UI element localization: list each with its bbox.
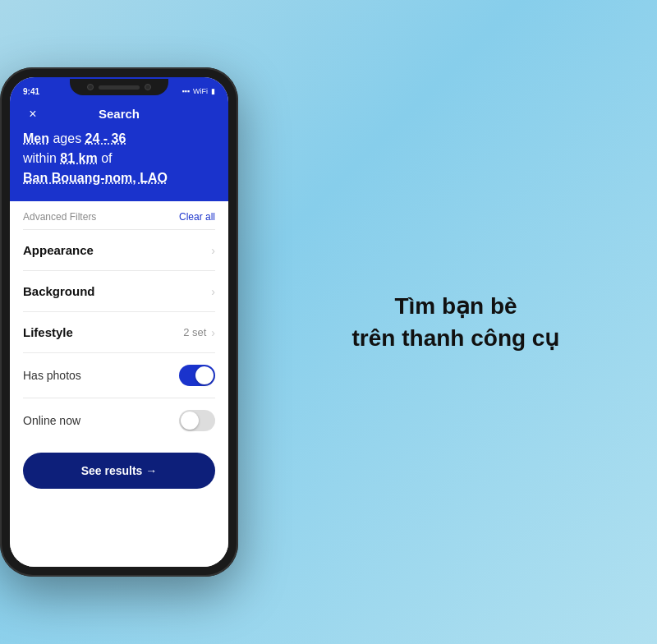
search-summary: Men ages 24 - 36 within 81 km of Ban Bou… — [23, 129, 215, 188]
status-icons: ▪▪▪ WiFi ▮ — [181, 87, 215, 95]
ages-label: ages — [53, 131, 85, 145]
phone-screen: 9:41 ▪▪▪ WiFi ▮ × Search Men — [10, 77, 228, 567]
appearance-filter-row[interactable]: Appearance › — [10, 230, 228, 270]
wifi-icon: WiFi — [193, 87, 208, 95]
gender-highlight: Men — [23, 131, 49, 145]
tagline-text: Tìm bạn bè trên thanh công cụ — [271, 290, 641, 354]
lifestyle-row-right: 2 set › — [183, 326, 215, 339]
clear-all-button[interactable]: Clear all — [179, 211, 215, 223]
phone-shell: 9:41 ▪▪▪ WiFi ▮ × Search Men — [0, 67, 238, 577]
has-photos-label: Has photos — [23, 369, 81, 382]
notch-camera — [87, 84, 94, 90]
has-photos-toggle[interactable] — [179, 365, 215, 386]
header-title: Search — [99, 107, 140, 121]
app-header: × Search Men ages 24 - 36 within 81 km — [10, 100, 228, 201]
status-time: 9:41 — [23, 87, 39, 96]
distance-highlight: 81 km — [60, 151, 97, 165]
within-label: within — [23, 151, 57, 165]
online-now-label: Online now — [23, 414, 80, 427]
filters-header: Advanced Filters Clear all — [10, 201, 228, 229]
close-icon: × — [29, 107, 36, 122]
appearance-row-right: › — [211, 244, 215, 257]
scene: 9:41 ▪▪▪ WiFi ▮ × Search Men — [0, 0, 657, 644]
background-label: Background — [23, 284, 95, 298]
has-photos-toggle-row: Has photos — [10, 353, 228, 398]
background-chevron-icon: › — [211, 285, 215, 298]
summary-line3: Ban Bouang-nom, LAO — [23, 168, 215, 188]
filters-label: Advanced Filters — [23, 211, 96, 223]
online-now-toggle-thumb — [181, 412, 199, 430]
has-photos-toggle-thumb — [195, 366, 214, 384]
see-results-button[interactable]: See results → — [23, 453, 215, 489]
appearance-chevron-icon: › — [211, 244, 215, 257]
summary-line2: within 81 km of — [23, 149, 215, 168]
background-filter-row[interactable]: Background › — [10, 271, 228, 311]
online-now-toggle[interactable] — [179, 410, 215, 431]
header-top: × Search — [23, 107, 215, 121]
notch-speaker — [99, 85, 140, 90]
close-button[interactable]: × — [23, 104, 43, 124]
lifestyle-value: 2 set — [183, 326, 206, 338]
tagline-area: Tìm bạn bè trên thanh công cụ — [271, 290, 657, 354]
content-area: Advanced Filters Clear all Appearance › … — [10, 201, 228, 567]
tagline-line1: Tìm bạn bè — [271, 290, 641, 322]
battery-icon: ▮ — [211, 87, 215, 95]
notch-camera-2 — [145, 84, 151, 90]
background-row-right: › — [211, 285, 215, 298]
location-highlight: Ban Bouang-nom, LAO — [23, 171, 168, 185]
tagline-line2: trên thanh công cụ — [271, 322, 641, 354]
lifestyle-filter-row[interactable]: Lifestyle 2 set › — [10, 312, 228, 352]
lifestyle-chevron-icon: › — [211, 326, 215, 339]
online-now-toggle-row: Online now — [10, 398, 228, 443]
appearance-label: Appearance — [23, 243, 94, 257]
phone-notch — [70, 79, 168, 95]
of-label: of — [101, 151, 112, 165]
signal-icon: ▪▪▪ — [181, 87, 190, 95]
summary-line1: Men ages 24 - 36 — [23, 129, 215, 149]
lifestyle-label: Lifestyle — [23, 325, 73, 339]
age-range-highlight: 24 - 36 — [85, 131, 126, 145]
